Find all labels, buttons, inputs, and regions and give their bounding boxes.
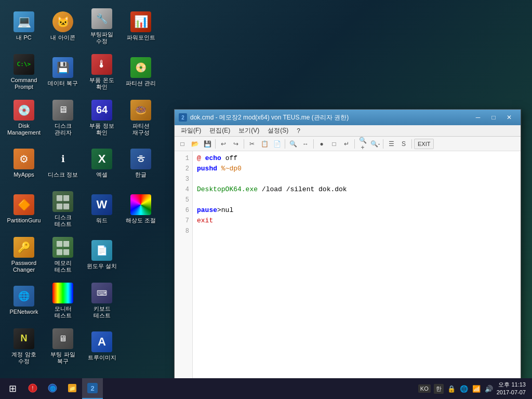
tb-replace[interactable]: ↔ [300,138,311,150]
desktop-icon-kbtest[interactable]: ⌨ 키보드테스트 [83,280,121,322]
tb-wrap[interactable]: ↵ [341,138,352,150]
tray-lang-ko[interactable]: KO [418,384,431,393]
minimize-button[interactable]: ─ [471,112,485,123]
bootrep-label: 부팅 파일복구 [50,351,75,365]
toolbar: □ 📂 💾 ↩ ↪ ✂ 📋 📄 🔍 ↔ ● □ ↵ 🔍+ 🔍- ☰ S EXIT [175,137,521,151]
desktop-icon-disk-ctrl[interactable]: 🖥 디스크관리자 [44,97,82,139]
code-line-8 [197,226,516,236]
desktop-icon-partreconfig[interactable]: 🍩 파티션재구성 [122,97,159,139]
line-num-4: 4 [175,184,192,195]
desktop-icon-disk-mgmt[interactable]: 💿 DiskManagement [5,97,43,139]
word-icon: W [91,194,112,215]
code-line-6: pause>nul [197,205,516,216]
tray-clock: 오후 11:13 2017-07-07 [497,381,526,397]
menu-settings[interactable]: 설정(S) [263,125,292,136]
tb-cut[interactable]: ✂ [246,138,258,150]
desktop-icon-partition[interactable]: 📀 파티션 관리 [122,51,159,94]
window-title: dok.cmd - 메모장2 mod(x64) von TEUS.me (관리자… [190,113,471,122]
tb-exit-button[interactable]: EXIT [414,139,434,149]
tray-date: 2017-07-07 [497,389,526,396]
desktop-icon-pwchanger[interactable]: 🔑 PasswordChanger [5,234,43,276]
code-line-4: DesktopOK64.exe /load /silent dok.dok [197,184,516,195]
menu-view[interactable]: 보기(V) [234,125,263,136]
tb-save[interactable]: 💾 [202,138,213,150]
desktop-icon-my-pc[interactable]: 💻 내 PC [5,5,43,48]
titlebar-icon: 2 [179,113,187,122]
desktop-icon-diskinfo[interactable]: ℹ 디스크 정보 [44,142,82,185]
tb-lines[interactable]: ☰ [385,138,397,150]
tb-sep3 [285,139,285,149]
my-icon-label: 내 아이콘 [50,34,75,41]
desktop-icon-myapps[interactable]: ⚙ MyApps [5,142,43,185]
tray-lang-han[interactable]: 한 [434,384,444,394]
tray-icon-lock[interactable]: 🔒 [447,384,456,393]
desktop-icon-wininstall[interactable]: 📄 윈도우 설치 [83,234,121,276]
menu-help[interactable]: ? [292,126,304,136]
tb-undo[interactable]: ↩ [218,138,229,150]
partition-icon: 📀 [130,57,151,78]
tb-redo[interactable]: ↪ [230,138,242,150]
menu-file[interactable]: 파일(F) [177,125,205,136]
pwchanger-icon: 🔑 [14,237,34,258]
sysinfo-label: 부품 정보확인 [89,123,114,136]
desktop-icon-color[interactable]: 해상도 조절 [122,188,159,231]
tb-paste[interactable]: 📄 [271,138,283,150]
taskbar-item-2[interactable]: 🌐 [43,378,62,399]
tray-icon-volume[interactable]: 🔊 [484,384,494,393]
data-recovery-icon: 💾 [52,57,73,78]
tb-open[interactable]: 📂 [189,138,201,150]
tray-icon-network[interactable]: 🌐 [459,384,469,393]
tb-zoomin[interactable]: 🔍+ [357,138,368,150]
desktop-icon-penet[interactable]: 🌐 PENetwork [5,280,43,322]
tb-copy[interactable]: 📋 [259,138,270,150]
my-pc-label: 내 PC [16,34,31,41]
tb-zoomout[interactable]: 🔍- [369,138,381,150]
desktop-icon-sysinfo[interactable]: 64 부품 정보확인 [83,97,121,139]
taskbar-item-notepad[interactable]: 2 [82,378,103,399]
maximize-button[interactable]: □ [486,112,501,123]
desktop-icon-hangeul[interactable]: ㅎ 한글 [122,142,159,185]
desktop-icon-my-icon[interactable]: 🐱 내 아이콘 [44,5,82,48]
menu-edit[interactable]: 편집(E) [205,125,234,136]
myapps-icon: ⚙ [14,149,34,169]
taskbar-item-3[interactable]: 📁 [62,378,82,399]
desktop-icon-grid: 💻 내 PC 🐱 내 아이콘 🔧 부팅파일수정 📊 파워포인트 C:\> Com… [0,0,166,376]
tb-sep2 [244,139,244,149]
desktop-icon-bootrep[interactable]: 🖥 부팅 파일복구 [44,325,82,368]
partreconfig-label: 파티션재구성 [132,123,150,136]
desktop-icon-cmd[interactable]: C:\> CommandPrompt [5,51,43,94]
start-button[interactable]: ⊞ [2,378,23,399]
wininstall-label: 윈도우 설치 [87,263,117,270]
desktop-icon-ppt[interactable]: 📊 파워포인트 [122,5,159,48]
code-editor[interactable]: @ echo off pushd %~dp0 DesktopOK64.exe /… [193,151,521,379]
trueimage-label: 트루이미지 [88,354,116,361]
penet-label: PENetwork [9,309,38,315]
code-line-2: pushd %~dp0 [197,164,516,174]
desktop-icon-excel[interactable]: X 엑셀 [83,142,121,185]
tb-s[interactable]: S [398,138,409,150]
tb-find[interactable]: 🔍 [287,138,299,150]
disk-mgmt-icon: 💿 [14,100,34,121]
trueimage-icon: A [91,331,112,352]
tb-rect[interactable]: □ [328,138,340,150]
color-label: 해상도 조절 [126,217,156,224]
desktop-icon-partguru[interactable]: 🔶 PartitionGuru [5,188,43,231]
desktop-icon-word[interactable]: W 워드 [83,188,121,231]
desktop-icon-acctpw[interactable]: N 계정 암호수정 [5,325,43,368]
tb-new[interactable]: □ [177,138,188,150]
tb-circle[interactable]: ● [316,138,327,150]
desktop-icon-data-recovery[interactable]: 💾 데이터 복구 [44,51,82,94]
ppt-icon: 📊 [130,11,151,32]
desktop-icon-trueimage[interactable]: A 트루이미지 [83,325,121,368]
desktop-icon-disktest[interactable]: ▦▦▦▦ 디스크테스트 [44,188,82,231]
desktop-icon-montest[interactable]: 모니터테스트 [44,280,82,322]
desktop-icon-temp[interactable]: 🌡 부품 온도확인 [83,51,121,94]
desktop-icon-memtest[interactable]: ▦▦▦▦ 메모리테스트 [44,234,82,276]
code-line-3 [197,174,516,184]
desktop-icon-boot-edit[interactable]: 🔧 부팅파일수정 [83,5,121,48]
taskbar-item-1[interactable]: ! [23,378,43,399]
acctpw-label: 계정 암호수정 [11,351,36,365]
taskbar: ⊞ ! 🌐 📁 2 KO 한 🔒 🌐 📶 🔊 오후 11:13 2017-07-… [0,378,532,399]
close-button[interactable]: ✕ [502,112,516,123]
tray-icon-battery[interactable]: 📶 [472,384,481,393]
